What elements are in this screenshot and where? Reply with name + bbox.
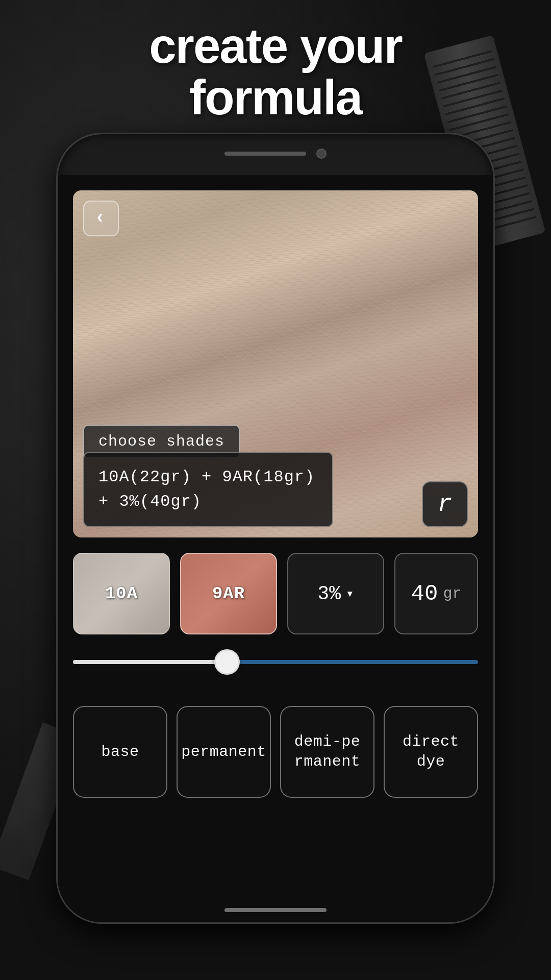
swatch-10a[interactable]: 10A [73, 553, 170, 634]
grams-box[interactable]: 40 gr [394, 553, 478, 634]
slider-area[interactable] [73, 660, 478, 664]
title-line1: create your [149, 18, 402, 73]
swatch-10a-label: 10A [105, 584, 138, 603]
phone-screen: ‹ choose shades 10A(22gr) + 9AR(18gr) + … [58, 175, 493, 922]
r-badge-label: r [438, 491, 453, 518]
back-chevron-icon: ‹ [94, 209, 106, 228]
title-line2: formula [189, 70, 362, 125]
back-button[interactable]: ‹ [83, 201, 119, 236]
type-button-direct-dye-label: directdye [403, 732, 459, 772]
formula-text: 10A(22gr) + 9AR(18gr) + 3%(40gr) [98, 465, 318, 514]
percent-value: 3% [317, 583, 341, 605]
slider-thumb[interactable] [214, 649, 240, 675]
type-button-base[interactable]: base [73, 706, 167, 798]
type-buttons-area: base permanent demi-permanent directdye [73, 706, 478, 798]
phone-frame: ‹ choose shades 10A(22gr) + 9AR(18gr) + … [56, 133, 495, 924]
formula-box: 10A(22gr) + 9AR(18gr) + 3%(40gr) [83, 452, 333, 527]
home-indicator [224, 908, 327, 912]
dropdown-arrow-icon: ▾ [346, 585, 354, 602]
page-title: create your formula [0, 20, 551, 124]
hair-preview-image: ‹ choose shades 10A(22gr) + 9AR(18gr) + … [73, 190, 478, 537]
percent-dropdown[interactable]: 3% ▾ [287, 553, 384, 634]
page-title-container: create your formula [0, 20, 551, 124]
type-button-demi-permanent-label: demi-permanent [294, 732, 361, 772]
slider-track[interactable] [73, 660, 478, 664]
phone-notch [224, 149, 327, 159]
type-button-permanent-label: permanent [181, 742, 266, 762]
type-button-permanent[interactable]: permanent [177, 706, 271, 798]
type-button-direct-dye[interactable]: directdye [384, 706, 478, 798]
swatch-9ar[interactable]: 9AR [180, 553, 277, 634]
type-button-base-label: base [101, 742, 139, 762]
grams-unit: gr [443, 585, 461, 602]
speaker-bar [224, 152, 306, 156]
choose-shades-label: choose shades [98, 433, 224, 450]
front-camera [316, 149, 327, 159]
r-badge[interactable]: r [422, 481, 468, 527]
swatches-area: 10A 9AR 3% ▾ 40 gr [73, 553, 478, 634]
swatch-9ar-label: 9AR [212, 584, 245, 603]
grams-value: 40 [411, 581, 438, 606]
type-button-demi-permanent[interactable]: demi-permanent [280, 706, 374, 798]
